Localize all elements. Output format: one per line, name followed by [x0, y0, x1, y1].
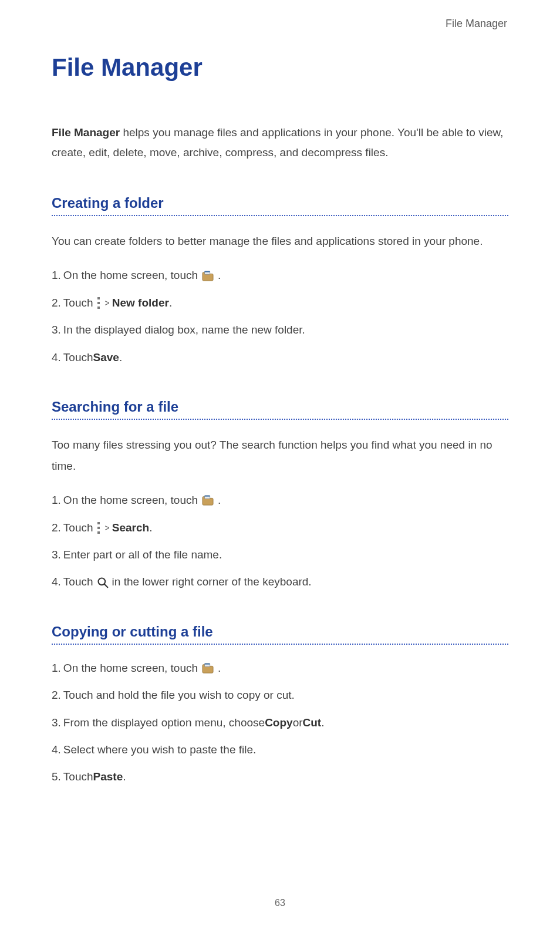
intro-bold: File Manager [52, 126, 120, 139]
step-item: 2. Touch and hold the file you wish to c… [52, 686, 508, 704]
step-item: 3. From the displayed option menu, choos… [52, 714, 508, 732]
section1-body: You can create folders to better manage … [52, 231, 508, 252]
svg-rect-13 [205, 664, 210, 665]
menu-item-copy: Copy [265, 714, 293, 732]
step-text: In the displayed dialog box, name the ne… [63, 321, 305, 339]
step-text-end: . [321, 714, 324, 732]
step-number: 2. [52, 686, 61, 704]
step-number: 1. [52, 267, 61, 284]
document-page: File Manager File Manager File Manager h… [0, 0, 560, 786]
file-manager-icon [201, 662, 214, 674]
page-header: File Manager [52, 18, 508, 30]
step-text-end: . [119, 349, 122, 366]
step-number: 4. [52, 573, 61, 591]
section1-steps: 1. On the home screen, touch . 2. Touch [52, 267, 508, 366]
step-text: Touch [63, 349, 93, 366]
step-number: 2. [52, 519, 61, 537]
menu-item-new-folder: New folder [112, 294, 169, 312]
svg-rect-9 [97, 531, 100, 534]
step-text: On the home screen, touch [63, 491, 198, 509]
breadcrumb-separator: > [105, 297, 110, 309]
step-number: 4. [52, 349, 61, 366]
step-number: 3. [52, 714, 61, 732]
step-text-end: . [218, 491, 221, 509]
svg-rect-2 [97, 297, 100, 299]
step-number: 4. [52, 741, 61, 759]
step-text: Enter part or all of the file name. [63, 546, 222, 564]
step-number: 5. [52, 768, 61, 786]
svg-rect-1 [205, 271, 210, 272]
section3-steps: 1. On the home screen, touch . 2. Touch … [52, 659, 508, 786]
file-manager-icon [201, 270, 214, 282]
button-label-paste: Paste [93, 768, 123, 786]
svg-rect-4 [97, 307, 100, 309]
step-item: 2. Touch > New folder. [52, 294, 508, 312]
step-number: 1. [52, 491, 61, 509]
step-number: 1. [52, 659, 61, 677]
page-title: File Manager [52, 53, 508, 82]
section-heading-searching-file: Searching for a file [52, 399, 508, 415]
section-heading-creating-folder: Creating a folder [52, 195, 508, 211]
breadcrumb-separator: > [105, 521, 110, 534]
page-number: 63 [0, 898, 560, 908]
step-item: 3. In the displayed dialog box, name the… [52, 321, 508, 339]
step-text: Touch [63, 294, 93, 312]
step-text-end: . [218, 659, 221, 677]
step-text-end: . [123, 768, 126, 786]
step-text: From the displayed option menu, choose [63, 714, 265, 732]
file-manager-icon [201, 494, 214, 506]
step-item: 3. Enter part or all of the file name. [52, 546, 508, 564]
step-number: 3. [52, 321, 61, 339]
step-item: 4. Touch Save. [52, 349, 508, 366]
step-text-end: . [149, 519, 152, 537]
section2-body: Too many files stressing you out? The se… [52, 435, 508, 477]
section-divider [52, 215, 508, 216]
step-item: 2. Touch > Search. [52, 519, 508, 537]
step-item: 1. On the home screen, touch . [52, 267, 508, 284]
step-text-end: . [218, 267, 221, 284]
button-label-save: Save [93, 349, 119, 366]
step-text: Touch [63, 519, 93, 537]
step-text: Touch and hold the file you wish to copy… [63, 686, 295, 704]
svg-rect-6 [205, 496, 210, 497]
svg-line-11 [104, 584, 107, 587]
step-text-mid: or [293, 714, 303, 732]
step-text: On the home screen, touch [63, 267, 198, 284]
svg-rect-7 [97, 522, 100, 524]
step-item: 4. Select where you wish to paste the fi… [52, 741, 508, 759]
svg-rect-8 [97, 527, 100, 529]
more-options-icon [97, 521, 100, 534]
more-options-icon [97, 297, 100, 309]
step-number: 3. [52, 546, 61, 564]
menu-item-cut: Cut [303, 714, 322, 732]
menu-item-search: Search [112, 519, 149, 537]
step-text-end: . [169, 294, 172, 312]
section-divider [52, 644, 508, 645]
step-text: Touch [63, 768, 93, 786]
intro-text: helps you manage files and applications … [52, 126, 503, 159]
intro-paragraph: File Manager helps you manage files and … [52, 123, 508, 163]
step-item: 4. Touch in the lower right corner of th… [52, 573, 508, 591]
svg-rect-3 [97, 302, 100, 304]
step-text: Select where you wish to paste the file. [63, 741, 256, 759]
step-item: 1. On the home screen, touch . [52, 659, 508, 677]
step-number: 2. [52, 294, 61, 312]
step-text: Touch [63, 573, 93, 591]
section-heading-copy-cut: Copying or cutting a file [52, 624, 508, 640]
step-item: 5. Touch Paste. [52, 768, 508, 786]
step-text: On the home screen, touch [63, 659, 198, 677]
section2-steps: 1. On the home screen, touch . 2. Touch [52, 491, 508, 591]
search-icon [97, 577, 109, 588]
step-text-end: in the lower right corner of the keyboar… [112, 573, 312, 591]
section-divider [52, 419, 508, 420]
step-item: 1. On the home screen, touch . [52, 491, 508, 509]
